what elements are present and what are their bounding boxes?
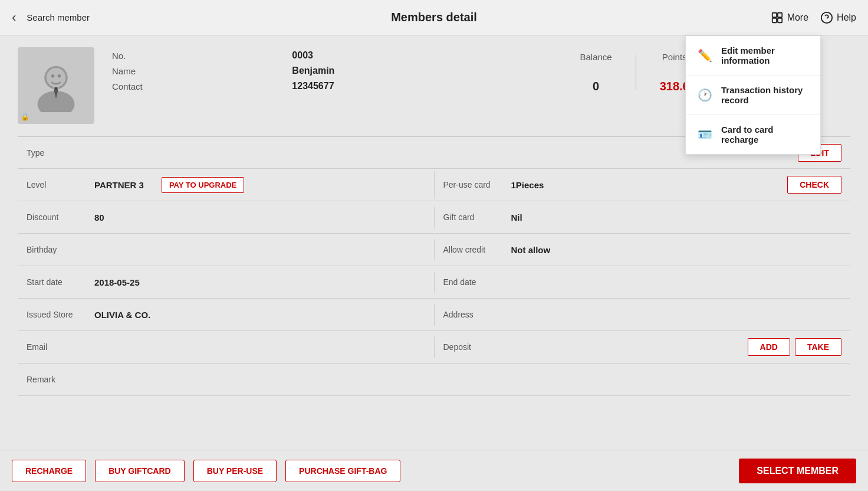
- help-label: Help: [837, 12, 856, 23]
- deposit-actions: ADD TAKE: [748, 338, 841, 356]
- buy-giftcard-button[interactable]: BUY GIFTCARD: [95, 460, 185, 482]
- help-icon: [820, 11, 833, 24]
- level-cell: Level PARTNER 3 PAY TO UPGRADE: [18, 171, 435, 199]
- dropdown-item-card-recharge[interactable]: 🪪 Card to card recharge: [686, 115, 820, 154]
- discount-cell: Discount 80: [18, 207, 435, 228]
- discount-row: Discount 80 Gift card Nil: [18, 201, 850, 234]
- start-date-cell: Start date 2018-05-25: [18, 271, 435, 293]
- level-label: Level: [27, 180, 86, 189]
- end-date-label: End date: [443, 277, 502, 287]
- email-cell: Email: [18, 336, 435, 358]
- more-icon: [771, 11, 784, 24]
- level-row: Level PARTNER 3 PAY TO UPGRADE Per-use c…: [18, 169, 850, 201]
- issued-store-cell: Issued Store OLIVIA & CO.: [18, 304, 435, 326]
- deposit-label: Deposit: [443, 342, 502, 352]
- end-date-cell: End date: [435, 271, 851, 293]
- help-button[interactable]: Help: [820, 11, 856, 24]
- no-value: 0003: [292, 50, 472, 61]
- address-cell: Address: [435, 304, 851, 325]
- edit-member-label: Edit member information: [721, 45, 808, 66]
- per-use-card-value: 1Pieces: [511, 180, 544, 190]
- recharge-button[interactable]: RECHARGE: [12, 460, 86, 482]
- check-per-use-button[interactable]: CHECK: [787, 176, 841, 194]
- name-label: Name: [112, 66, 280, 76]
- email-row: Email Deposit ADD TAKE: [18, 331, 850, 364]
- transaction-history-label: Transaction history record: [721, 85, 808, 105]
- start-date-label: Start date: [27, 277, 86, 287]
- avatar: 🔒: [18, 47, 94, 124]
- member-info: No. 0003 Name Benjamin Contact 12345677: [112, 47, 472, 91]
- gift-card-label: Gift card: [443, 212, 502, 222]
- contact-value: 12345677: [292, 81, 472, 91]
- address-label: Address: [443, 310, 502, 319]
- deposit-cell: Deposit ADD TAKE: [435, 332, 851, 362]
- svg-rect-1: [778, 12, 782, 17]
- gift-card-value: Nil: [511, 212, 522, 222]
- name-value: Benjamin: [292, 66, 472, 76]
- lock-icon: 🔒: [21, 113, 29, 121]
- svg-rect-3: [778, 18, 782, 22]
- allow-credit-value: Not allow: [511, 245, 551, 255]
- per-use-card-cell: Per-use card 1Pieces CHECK: [435, 170, 851, 199]
- footer: RECHARGE BUY GIFTCARD BUY PER-USE PURCHA…: [0, 450, 868, 491]
- header: ‹ Search member Members detail More Help: [0, 0, 868, 35]
- gift-card-cell: Gift card Nil: [435, 207, 851, 228]
- more-label: More: [787, 12, 808, 23]
- svg-point-9: [51, 74, 54, 77]
- pay-upgrade-button[interactable]: PAY TO UPGRADE: [162, 177, 244, 193]
- level-value: PARTNER 3: [94, 180, 144, 190]
- svg-point-10: [58, 74, 61, 77]
- page-title: Members detail: [391, 11, 477, 24]
- issued-store-value: OLIVIA & CO.: [94, 310, 150, 320]
- buy-per-use-button[interactable]: BUY PER-USE: [193, 460, 277, 482]
- dropdown-item-edit-member[interactable]: ✏️ Edit member information: [686, 36, 820, 76]
- avatar-icon: [29, 59, 83, 112]
- balance-block: Balance 0: [556, 52, 635, 93]
- header-actions: More Help: [771, 11, 856, 24]
- start-date-row: Start date 2018-05-25 End date: [18, 266, 850, 299]
- svg-rect-2: [772, 18, 776, 22]
- search-member-label: Search member: [27, 12, 90, 22]
- balance-label: Balance: [580, 52, 611, 62]
- dropdown-item-transaction-history[interactable]: 🕐 Transaction history record: [686, 76, 820, 115]
- allow-credit-label: Allow credit: [443, 245, 502, 254]
- remark-row: Remark: [18, 364, 850, 396]
- start-date-value: 2018-05-25: [94, 277, 140, 287]
- deposit-take-button[interactable]: TAKE: [795, 338, 841, 356]
- no-label: No.: [112, 51, 280, 61]
- remark-cell: Remark: [18, 369, 850, 390]
- back-arrow-icon: ‹: [12, 10, 16, 25]
- deposit-add-button[interactable]: ADD: [748, 338, 790, 356]
- issued-store-row: Issued Store OLIVIA & CO. Address: [18, 299, 850, 331]
- discount-label: Discount: [27, 212, 86, 222]
- purchase-gift-bag-button[interactable]: PURCHASE GIFT-BAG: [285, 460, 400, 482]
- remark-label: Remark: [27, 375, 86, 384]
- select-member-button[interactable]: SELECT MEMBER: [739, 459, 856, 483]
- svg-rect-11: [55, 87, 57, 90]
- type-label: Type: [27, 148, 86, 158]
- back-button[interactable]: ‹ Search member: [12, 10, 90, 25]
- card-icon: 🪪: [698, 127, 712, 142]
- birthday-cell: Birthday: [18, 239, 435, 260]
- history-icon: 🕐: [698, 88, 712, 102]
- birthday-row: Birthday Allow credit Not allow: [18, 234, 850, 266]
- edit-icon: ✏️: [698, 48, 712, 63]
- dropdown-menu: ✏️ Edit member information 🕐 Transaction…: [685, 35, 821, 155]
- detail-table: Type EDIT Level PARTNER 3 PAY TO UPGRADE…: [18, 136, 850, 396]
- per-use-card-actions: CHECK: [787, 176, 841, 194]
- birthday-label: Birthday: [27, 245, 86, 254]
- email-label: Email: [27, 342, 86, 352]
- more-button[interactable]: More: [771, 11, 808, 24]
- allow-credit-cell: Allow credit Not allow: [435, 239, 851, 261]
- issued-store-label: Issued Store: [27, 310, 86, 319]
- discount-value: 80: [94, 212, 104, 222]
- svg-rect-0: [772, 12, 776, 17]
- card-recharge-label: Card to card recharge: [721, 125, 808, 145]
- contact-label: Contact: [112, 81, 280, 91]
- balance-value: 0: [580, 80, 611, 93]
- per-use-card-label: Per-use card: [443, 180, 502, 189]
